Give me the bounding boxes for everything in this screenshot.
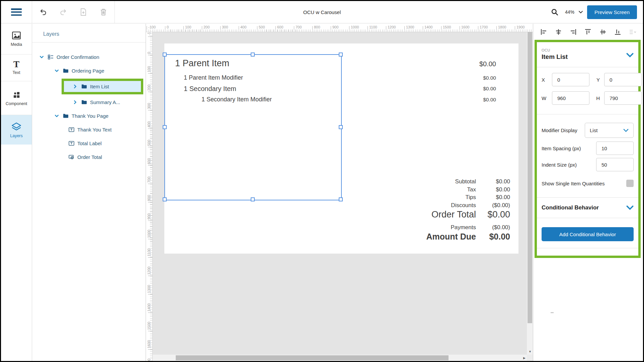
align-bottom-button[interactable]	[613, 27, 623, 37]
undo-button[interactable]	[37, 6, 50, 18]
item-spacing-input[interactable]	[596, 142, 634, 155]
modifier-display-select[interactable]: List	[585, 123, 634, 138]
delete-button[interactable]	[97, 6, 110, 18]
ruler-label: 900	[332, 25, 338, 29]
sidebar-item-component[interactable]: Component	[1, 81, 32, 115]
ruler-label: 600	[277, 25, 283, 29]
text-layer-icon	[68, 127, 74, 132]
selection-handle[interactable]	[339, 125, 343, 129]
zoom-chevron-down-icon[interactable]	[578, 10, 583, 14]
ruler-tick	[349, 26, 349, 32]
redo-icon	[59, 8, 67, 16]
selection-handle[interactable]	[251, 197, 255, 201]
align-top-button[interactable]	[583, 27, 593, 37]
ruler-label: 1300	[406, 25, 414, 29]
selection-handle[interactable]	[251, 53, 255, 57]
sidebar-item-label: Media	[11, 42, 22, 47]
summary-label: Payments	[451, 224, 476, 231]
selection-handle[interactable]	[339, 53, 343, 57]
vertical-scrollbar-thumb[interactable]	[528, 32, 532, 323]
layer-row-total-label[interactable]: Total Label	[32, 137, 146, 150]
sidebar-item-media[interactable]: Media	[1, 24, 32, 55]
ruler-label: 1600	[147, 340, 151, 348]
chevron-down-icon[interactable]	[54, 113, 60, 119]
distribute-menu-button[interactable]	[628, 27, 638, 37]
summary-label: Subtotal	[455, 178, 476, 185]
inspector-panel: OCU Item List X Y W H	[533, 24, 643, 361]
selection-handle[interactable]	[339, 197, 343, 201]
summary-label: Tips	[466, 194, 476, 201]
chevron-down-icon[interactable]	[38, 55, 45, 60]
layer-row-order-confirmation[interactable]: Order Confirmation	[32, 50, 146, 64]
layers-panel-title: Layers	[32, 24, 146, 37]
horizontal-scrollbar-thumb[interactable]	[176, 355, 449, 360]
selection-handle[interactable]	[163, 197, 167, 201]
ruler-tick	[441, 26, 441, 32]
chevron-right-icon[interactable]	[72, 100, 78, 105]
divider	[537, 248, 638, 248]
horizontal-scrollbar[interactable]: ▶	[153, 355, 527, 361]
ruler-label: 1400	[147, 303, 151, 311]
y-input[interactable]	[604, 73, 642, 86]
collapse-chevron-down-icon[interactable]	[626, 205, 634, 210]
scroll-right-arrow-icon[interactable]: ▶	[523, 356, 526, 360]
duplicate-page-button[interactable]	[77, 6, 90, 18]
show-single-quantities-checkbox[interactable]	[626, 180, 634, 187]
selection-handle[interactable]	[163, 125, 167, 129]
ruler-label: 1400	[424, 25, 432, 29]
layer-row-thank-you-page[interactable]: Thank You Page	[32, 109, 146, 123]
alignment-toolbar	[533, 24, 643, 40]
ruler-tick	[148, 128, 152, 129]
chevron-right-icon[interactable]	[72, 84, 78, 89]
layer-row-item-list-selected[interactable]: Item List	[64, 81, 141, 92]
ruler-label: 1200	[388, 25, 396, 29]
folder-icon	[63, 68, 69, 74]
selection-bounding-box[interactable]	[164, 54, 342, 200]
x-input[interactable]	[552, 73, 589, 86]
zoom-level-value[interactable]: 44%	[565, 9, 574, 15]
component-header: OCU Item List	[542, 48, 568, 61]
add-conditional-behavior-button[interactable]: Add Conditional Behavior	[542, 227, 634, 241]
ruler-label: 1300	[147, 285, 151, 293]
sidebar-item-layers[interactable]: Layers	[1, 115, 32, 145]
preview-screen-button[interactable]: Preview Screen	[587, 5, 637, 19]
media-icon	[12, 31, 21, 40]
ruler-label: 1600	[461, 25, 469, 29]
collapse-chevron-down-icon[interactable]	[626, 53, 634, 58]
ruler-tick	[148, 257, 152, 258]
summary-label: Order Total	[431, 209, 476, 220]
canvas-viewport[interactable]: 1 Parent Item $0.00 1 Parent Item Modifi…	[153, 32, 533, 361]
layer-row-thank-you-text[interactable]: Thank You Text	[32, 123, 146, 137]
component-name: Item List	[542, 53, 568, 61]
redo-button[interactable]	[57, 6, 70, 18]
ruler-label: -100	[147, 32, 151, 35]
money-icon	[68, 155, 74, 160]
sidebar-item-text[interactable]: T Text	[1, 55, 32, 81]
scrollbar-remnant	[551, 312, 554, 313]
zoom-search-button[interactable]	[548, 6, 561, 18]
vertical-scrollbar[interactable]: ▼	[527, 32, 533, 355]
align-center-horizontal-button[interactable]	[553, 27, 563, 37]
canvas-item-price: $0.00	[479, 60, 496, 68]
layer-label: Item List	[90, 84, 109, 89]
indent-size-input[interactable]	[596, 158, 634, 171]
layer-row-ordering-page[interactable]: Ordering Page	[32, 64, 146, 78]
main-menu-button[interactable]	[1, 1, 32, 23]
chevron-down-icon[interactable]	[54, 68, 60, 74]
w-input[interactable]	[552, 91, 589, 105]
summary-value: $0.00	[487, 209, 510, 220]
scroll-down-arrow-icon[interactable]: ▼	[529, 350, 532, 353]
align-right-button[interactable]	[568, 27, 578, 37]
component-list-icon	[48, 55, 54, 60]
align-center-vertical-button[interactable]	[598, 27, 608, 37]
align-left-button[interactable]	[539, 27, 549, 37]
h-label: H	[594, 95, 600, 101]
ruler-tick	[239, 26, 239, 32]
selection-handle[interactable]	[163, 53, 167, 57]
ruler-tick	[148, 165, 152, 166]
summary-value: $0.00	[496, 178, 510, 185]
layer-row-order-total[interactable]: Order Total	[32, 150, 146, 164]
h-input[interactable]	[604, 91, 642, 105]
ruler-label: 100	[147, 66, 151, 72]
layer-row-summary-area[interactable]: Summary A...	[32, 95, 146, 109]
